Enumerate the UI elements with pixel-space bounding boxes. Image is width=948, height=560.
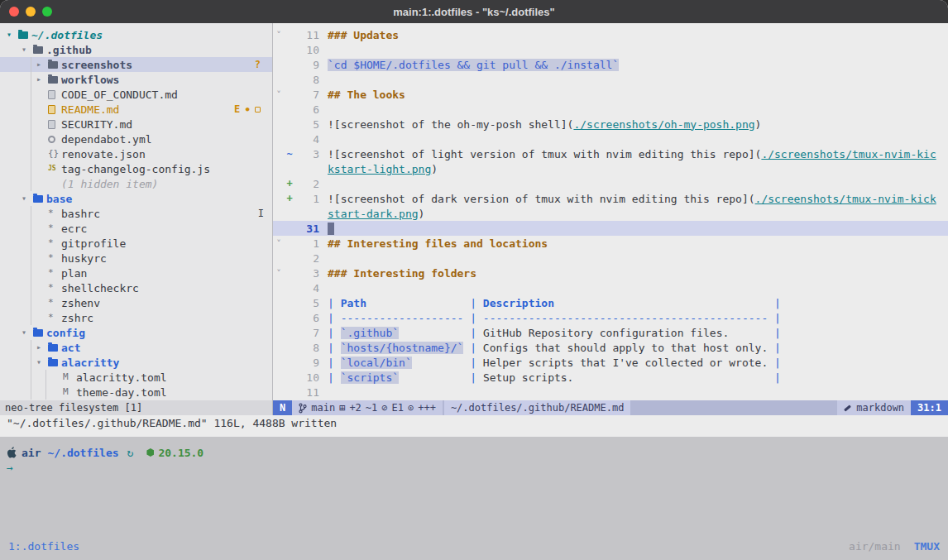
diagnostics-count: E1 — [392, 402, 404, 414]
tree-item[interactable]: *bashrcI — [0, 206, 272, 221]
editor-line[interactable]: kstart-light.png) — [273, 161, 948, 176]
fold-open-icon[interactable]: ˅ — [273, 268, 285, 279]
editor-line[interactable]: +1![screenshot of dark version of tmux w… — [273, 191, 948, 206]
editor-line[interactable]: 4 — [273, 132, 948, 146]
neotree-panel[interactable]: ▾~/.dotfiles▾.github▸screenshots?▸workfl… — [0, 23, 273, 400]
tree-item[interactable]: *zshrc — [0, 310, 272, 325]
tree-item-label: README.md — [61, 103, 119, 116]
icon-cell — [18, 31, 31, 39]
line-number: 4 — [294, 133, 319, 146]
zoom-button[interactable] — [42, 7, 52, 17]
editor-line[interactable]: ˅11### Updates — [273, 27, 948, 42]
chevron-right-icon[interactable]: ▸ — [36, 57, 48, 72]
indent-guide — [7, 370, 22, 385]
prompt-input-line[interactable]: → — [7, 460, 948, 475]
tree-item[interactable]: JStag-changelog-config.js — [0, 161, 272, 176]
chevron-down-icon[interactable]: ▾ — [36, 355, 48, 370]
tree-item[interactable]: CODE_OF_CONDUCT.md — [0, 87, 272, 102]
line-number: 2 — [294, 252, 319, 265]
tmux-window-item[interactable]: 1:.dotfiles — [8, 540, 79, 553]
tree-item[interactable]: ▾.github — [0, 42, 272, 57]
line-number: 5 — [294, 118, 319, 131]
tree-item[interactable]: *shellcheckrc — [0, 280, 272, 295]
tree-item[interactable]: ▸workflows — [0, 72, 272, 87]
shell-pane[interactable]: air ~/.dotfiles ↻ 20.15.0 → 1:.dotfiles … — [0, 437, 948, 560]
fold-open-icon[interactable]: ˅ — [273, 30, 285, 41]
editor-line[interactable]: 10| `scripts` | Setup scripts. | — [273, 370, 948, 385]
editor-line[interactable]: 6 — [273, 102, 948, 117]
fold-open-icon[interactable]: ˅ — [273, 89, 285, 100]
indent-guide — [7, 102, 22, 117]
tree-item[interactable]: SECURITY.md — [0, 117, 272, 132]
traffic-lights — [9, 7, 52, 17]
line-text: ## The looks — [328, 89, 405, 101]
editor-line[interactable]: 5| Path | Description | — [273, 295, 948, 310]
tree-item[interactable]: *ecrc — [0, 221, 272, 236]
tree-item[interactable]: (1 hidden item) — [0, 176, 272, 191]
tree-item[interactable]: Malacritty.toml — [0, 370, 272, 385]
indent-guide — [22, 132, 36, 146]
statusline: N main ⊞ +2 ~1 ⊘ E1 ⊙ +++ ~/.dotfiles/.g… — [273, 400, 948, 415]
editor-line[interactable]: 8| `hosts/{hostname}/` | Configs that sh… — [273, 340, 948, 355]
tree-item-label: alacritty — [61, 357, 119, 369]
indent-guide — [22, 266, 36, 280]
tree-item[interactable]: dependabot.yml — [0, 132, 272, 146]
tree-item[interactable]: {}renovate.json — [0, 146, 272, 161]
chevron-down-icon[interactable]: ▾ — [22, 191, 33, 206]
tree-item[interactable]: Mtheme-day.toml — [0, 385, 272, 400]
editor-line[interactable]: 4 — [273, 280, 948, 295]
editor-line[interactable]: 5![screenshot of the oh-my-posh shell](.… — [273, 117, 948, 132]
editor-line[interactable]: 6| ------------------- | ---------------… — [273, 310, 948, 325]
line-text — [328, 223, 334, 235]
folder-icon — [48, 61, 58, 69]
editor-pane[interactable]: ˅11### Updates109`cd $HOME/.dotfiles && … — [273, 23, 948, 400]
editor-line[interactable]: ˅7## The looks — [273, 87, 948, 102]
chevron-down-icon[interactable]: ▾ — [22, 325, 33, 340]
minimize-button[interactable] — [26, 7, 36, 17]
editor-line[interactable]: start-dark.png) — [273, 206, 948, 221]
editor-line[interactable]: +2 — [273, 176, 948, 191]
indent-guide — [22, 280, 36, 295]
editor-line[interactable]: 11 — [273, 385, 948, 400]
indent-guide — [22, 295, 36, 310]
chevron-down-icon[interactable]: ▾ — [7, 27, 18, 42]
tree-item[interactable]: ▾config — [0, 325, 272, 340]
fold-open-icon[interactable]: ˅ — [273, 238, 285, 249]
tree-item[interactable]: ▾base — [0, 191, 272, 206]
tmux-statusbar: 1:.dotfiles air/main TMUX — [0, 540, 948, 553]
line-text: | `hosts/{hostname}/` | Configs that sho… — [328, 342, 781, 354]
chevron-right-icon[interactable]: ▸ — [36, 340, 48, 355]
line-text: kstart-light.png) — [328, 163, 438, 175]
line-text: | Path | Description | — [328, 297, 781, 309]
tree-item-label: CODE_OF_CONDUCT.md — [61, 89, 178, 101]
editor-line[interactable]: 31 — [273, 221, 948, 236]
tree-item[interactable]: ▸screenshots? — [0, 57, 272, 72]
editor-line[interactable]: ~3![screenshot of light version of tmux … — [273, 146, 948, 161]
yaml-icon — [48, 136, 55, 143]
tree-item-label: shellcheckrc — [61, 282, 139, 294]
git-branch-icon — [299, 403, 307, 414]
editor-line[interactable]: 9`cd $HOME/.dotfiles && git pull && ./in… — [273, 57, 948, 72]
tree-item[interactable]: *plan — [0, 266, 272, 280]
node-version-label: 20.15.0 — [158, 447, 203, 459]
folder-icon — [18, 31, 28, 39]
tree-item[interactable]: ▾~/.dotfiles — [0, 27, 272, 42]
tree-item[interactable]: *huskyrc — [0, 251, 272, 266]
tree-item[interactable]: ▸act — [0, 340, 272, 355]
tree-item[interactable]: *zshenv — [0, 295, 272, 310]
editor-line[interactable]: ˅3### Interesting folders — [273, 266, 948, 280]
titlebar[interactable]: main:1:.dotfiles - "ks~/.dotfiles" — [0, 0, 948, 23]
icon-cell — [48, 120, 61, 129]
editor-line[interactable]: 7| `.github` | GitHub Repository configu… — [273, 325, 948, 340]
close-button[interactable] — [9, 7, 19, 17]
chevron-down-icon[interactable]: ▾ — [22, 42, 33, 57]
editor-line[interactable]: 8 — [273, 72, 948, 87]
editor-line[interactable]: 9| `local/bin` | Helper scripts that I'v… — [273, 355, 948, 370]
editor-line[interactable]: 10 — [273, 42, 948, 57]
tree-item[interactable]: *gitprofile — [0, 236, 272, 251]
editor-line[interactable]: 2 — [273, 251, 948, 266]
tree-item[interactable]: README.mdE• — [0, 102, 272, 117]
chevron-right-icon[interactable]: ▸ — [36, 72, 48, 87]
editor-line[interactable]: ˅1## Interesting files and locations — [273, 236, 948, 251]
tree-item[interactable]: ▾alacritty — [0, 355, 272, 370]
